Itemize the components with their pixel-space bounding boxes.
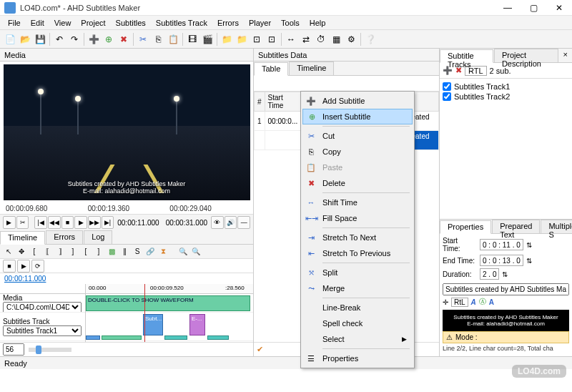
play2-icon[interactable]: ▶ bbox=[74, 216, 87, 229]
tab-subtitle-tracks[interactable]: Subtitle Tracks bbox=[440, 49, 493, 63]
tl-sub-clip-1[interactable]: Subt... bbox=[143, 314, 163, 335]
duration-input[interactable]: 2 . 0 bbox=[480, 268, 499, 280]
copy-icon[interactable]: ⎘ bbox=[151, 32, 165, 46]
tab-table[interactable]: Table bbox=[254, 62, 288, 76]
bold-icon[interactable]: A bbox=[489, 298, 494, 306]
ctx-fill-space[interactable]: ⇤⇥Fill Space bbox=[302, 210, 413, 226]
wave-icon[interactable]: ▩ bbox=[106, 246, 117, 258]
cut-icon[interactable]: ✂ bbox=[136, 32, 150, 46]
tab-timeline[interactable]: Timeline bbox=[0, 231, 45, 245]
pointer-icon[interactable]: ↖ bbox=[3, 246, 14, 258]
vol-slider[interactable]: — bbox=[237, 216, 250, 229]
add-icon[interactable]: ➕ bbox=[87, 32, 101, 46]
ctx-stretch-next[interactable]: ⇥Stretch To Next bbox=[302, 230, 413, 245]
redo-icon[interactable]: ↷ bbox=[67, 32, 82, 46]
zoom-slider[interactable] bbox=[29, 348, 72, 352]
bracket-l-icon[interactable]: [ bbox=[29, 246, 40, 258]
new-icon[interactable]: 📄 bbox=[3, 32, 17, 46]
ctx-shift-time[interactable]: ↔Shift Time bbox=[302, 195, 413, 210]
list-item[interactable]: Subtitles Track2 bbox=[443, 92, 569, 102]
menu-subtitles-track[interactable]: Subtitles Track bbox=[151, 17, 212, 29]
ctx-stretch-prev[interactable]: ⇤Stretch To Previous bbox=[302, 245, 413, 261]
rtl-btn[interactable]: RtL bbox=[451, 298, 468, 307]
volume-icon[interactable]: 🔊 bbox=[225, 216, 237, 229]
end-time-input[interactable]: 0 : 0 : 13 . 0 bbox=[480, 255, 523, 266]
s-icon[interactable]: S bbox=[132, 246, 143, 258]
pause-icon[interactable]: ‖ bbox=[119, 246, 130, 258]
sync2-icon[interactable]: ⇄ bbox=[299, 32, 313, 46]
zoom-out-icon[interactable]: 🔍 bbox=[190, 246, 202, 258]
tl-sub-clip-2[interactable]: E-... bbox=[189, 314, 205, 335]
menu-player[interactable]: Player bbox=[244, 17, 276, 29]
help-icon[interactable]: ❔ bbox=[363, 32, 378, 46]
ctx-select[interactable]: Select▶ bbox=[302, 331, 413, 347]
import-icon[interactable]: 📁 bbox=[220, 32, 234, 46]
tab-log[interactable]: Log bbox=[84, 230, 112, 244]
zoom-input[interactable] bbox=[3, 343, 24, 356]
close-panel-icon[interactable]: × bbox=[559, 49, 572, 62]
bracket-r-icon[interactable]: ] bbox=[67, 246, 79, 258]
spinner-icon[interactable]: ⇅ bbox=[502, 270, 508, 278]
tl-media-track[interactable]: DOUBLE-CLICK TO SHOW WAVEFORM bbox=[86, 294, 253, 313]
close-button[interactable]: ✕ bbox=[546, 0, 572, 16]
clock-icon[interactable]: ⏱ bbox=[314, 32, 328, 46]
col-start[interactable]: Start Time bbox=[265, 92, 303, 112]
col-num[interactable]: # bbox=[255, 92, 265, 112]
tl-media-select[interactable]: C:\LO4D.com\LO4D.com - Test bbox=[3, 302, 82, 313]
ctx-cut[interactable]: ✂Cut bbox=[302, 128, 413, 144]
timeline-time-link[interactable]: 00:00:11.000 bbox=[0, 273, 253, 284]
tab-prepared-text[interactable]: Prepared Text bbox=[492, 220, 540, 233]
ctx-paste[interactable]: 📋Paste bbox=[302, 160, 413, 175]
play-icon[interactable]: ▶ bbox=[3, 216, 16, 229]
ctx-merge[interactable]: ⤳Merge bbox=[302, 280, 413, 296]
prev-mark-icon[interactable]: |◀ bbox=[34, 216, 47, 229]
zoom-in-icon[interactable]: 🔍 bbox=[177, 246, 189, 258]
eye-icon[interactable]: 👁 bbox=[211, 216, 224, 229]
link-icon[interactable]: 🔗 bbox=[144, 246, 156, 258]
ctx-insert-subtitle[interactable]: ⊕Insert Subtitle bbox=[302, 109, 413, 124]
open-icon[interactable]: 📂 bbox=[18, 32, 32, 46]
video-preview[interactable]: Subtitles created by AHD Subtitles Maker… bbox=[4, 64, 250, 200]
sync-icon[interactable]: ↔ bbox=[284, 32, 298, 46]
track-checkbox[interactable] bbox=[443, 92, 451, 101]
tl-waveform-clip[interactable]: DOUBLE-CLICK TO SHOW WAVEFORM bbox=[86, 295, 250, 311]
tab-errors[interactable]: Errors bbox=[46, 230, 83, 244]
next-mark-icon[interactable]: ▶| bbox=[102, 216, 114, 229]
menu-tools[interactable]: Tools bbox=[276, 17, 305, 29]
menu-file[interactable]: File bbox=[3, 17, 26, 29]
tab-timeline2[interactable]: Timeline bbox=[289, 62, 334, 75]
stop-icon[interactable]: ■ bbox=[61, 216, 74, 229]
db-icon[interactable]: ⊡ bbox=[250, 32, 264, 46]
rewind-icon[interactable]: ◀◀ bbox=[48, 216, 61, 229]
tl-subtitle-track[interactable]: Subt... E-... bbox=[86, 313, 253, 341]
timeline-cursor[interactable] bbox=[144, 284, 145, 342]
paste-icon[interactable]: 📋 bbox=[166, 32, 180, 46]
spinner-icon[interactable]: ⇅ bbox=[526, 257, 532, 265]
scissors-icon[interactable]: ✂ bbox=[16, 216, 29, 229]
start-time-input[interactable]: 0 : 0 : 11 . 0 bbox=[480, 239, 523, 250]
mark-in-icon[interactable]: [ bbox=[80, 246, 92, 258]
export-icon[interactable]: 📁 bbox=[235, 32, 249, 46]
menu-edit[interactable]: Edit bbox=[26, 17, 49, 29]
subtitle-text-input[interactable] bbox=[443, 283, 569, 295]
color-icon[interactable]: Ⓐ bbox=[479, 297, 486, 307]
bracket-r2-icon[interactable]: ⟧ bbox=[54, 246, 66, 258]
film-icon[interactable]: 🎞 bbox=[185, 32, 199, 46]
tab-properties[interactable]: Properties bbox=[440, 220, 491, 234]
menu-project[interactable]: Project bbox=[76, 17, 110, 29]
tl-stop-icon[interactable]: ■ bbox=[3, 260, 16, 273]
maximize-button[interactable]: ▢ bbox=[521, 0, 546, 16]
ffwd-icon[interactable]: ▶▶ bbox=[88, 216, 101, 229]
list-item[interactable]: Subtitles Track1 bbox=[443, 82, 569, 92]
tab-multiple[interactable]: Multiple S bbox=[541, 220, 572, 233]
tab-project-desc[interactable]: Project Description bbox=[494, 49, 558, 62]
gear-icon[interactable]: ⚙ bbox=[344, 32, 358, 46]
ctx-copy[interactable]: ⎘Copy bbox=[302, 144, 413, 160]
track-checkbox[interactable] bbox=[443, 82, 451, 91]
add-line-icon[interactable]: ✛ bbox=[443, 298, 448, 306]
bracket-l2-icon[interactable]: ⟦ bbox=[41, 246, 53, 258]
ctx-delete[interactable]: ✖Delete bbox=[302, 175, 413, 191]
delete-icon[interactable]: ✖ bbox=[117, 32, 131, 46]
add2-icon[interactable]: ⊕ bbox=[102, 32, 116, 46]
menu-help[interactable]: Help bbox=[305, 17, 331, 29]
